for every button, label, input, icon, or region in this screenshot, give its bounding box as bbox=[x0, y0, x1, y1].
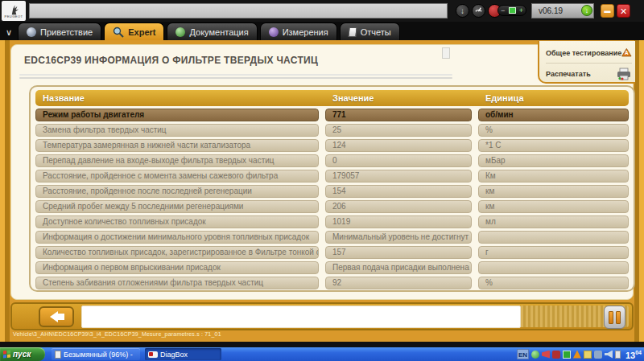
windows-flag-icon bbox=[3, 351, 10, 359]
param-value: 0 bbox=[325, 154, 472, 167]
table-row[interactable]: Замена фильтра твердых частиц 25 % bbox=[35, 124, 629, 137]
measurements-sphere-icon bbox=[269, 27, 279, 37]
param-unit: мБар bbox=[478, 154, 629, 167]
tray-up-arrow-icon[interactable] bbox=[573, 351, 581, 359]
table-row[interactable]: Перепад давление на входе-выходе фильтра… bbox=[35, 154, 629, 167]
table-row[interactable]: Расстояние, пройденное с момента замены … bbox=[35, 170, 629, 183]
back-arrow-icon bbox=[50, 311, 58, 322]
param-unit: об/мин bbox=[478, 109, 629, 121]
tray-battery-icon[interactable] bbox=[615, 351, 621, 359]
language-indicator[interactable]: EN bbox=[517, 349, 529, 359]
printer-icon bbox=[616, 68, 632, 80]
tab-measurements[interactable]: Измерения bbox=[260, 23, 337, 40]
volume-plus-icon[interactable]: + bbox=[519, 7, 523, 14]
param-name: Информация о первом впрыскивании присадо… bbox=[35, 261, 319, 274]
param-name: Перепад давление на входе-выходе фильтра… bbox=[35, 154, 319, 167]
param-unit: мл bbox=[478, 215, 629, 228]
param-unit: г bbox=[478, 246, 629, 259]
tab-documentation[interactable]: Документация bbox=[167, 23, 257, 40]
header-unit: Единица bbox=[478, 90, 629, 106]
window-title-bar: PEUGEOT ↓ − + v06.19 ↓ ▬ ✕ bbox=[0, 0, 644, 22]
param-name: Расстояние, пройденное после последней р… bbox=[35, 185, 319, 198]
gauge-button[interactable] bbox=[472, 4, 485, 18]
window-bottom-edge bbox=[0, 342, 644, 347]
param-unit: Км bbox=[478, 170, 629, 183]
table-header-row: Название Значение Единица bbox=[35, 90, 629, 106]
tab-expert[interactable]: Expert bbox=[104, 23, 164, 40]
param-name: Средний пробег между 5 последними регене… bbox=[35, 200, 319, 213]
param-value: 179057 bbox=[325, 170, 472, 183]
close-button[interactable]: ✕ bbox=[617, 4, 630, 18]
right-frame bbox=[634, 40, 644, 342]
warning-triangle-icon: A bbox=[621, 46, 632, 59]
param-value: 124 bbox=[325, 139, 472, 152]
minimize-button[interactable]: ▬ bbox=[601, 4, 614, 18]
tab-label: Документация bbox=[189, 27, 248, 37]
general-test-label: Общее тестирование bbox=[546, 49, 621, 57]
table-row[interactable]: Расстояние, пройденное после последней р… bbox=[35, 185, 629, 198]
side-divider bbox=[546, 63, 632, 64]
table-row[interactable]: Температура замерянная в нижней части ка… bbox=[35, 139, 629, 152]
table-row[interactable]: Информация о достижении минимального уро… bbox=[35, 231, 629, 244]
version-go-button[interactable]: ↓ bbox=[581, 5, 592, 16]
tab-reports[interactable]: Отчеты bbox=[340, 23, 400, 40]
version-label: v06.19 bbox=[539, 6, 563, 15]
diagbox-icon bbox=[148, 351, 158, 358]
param-name: Количество топливных присадок, зарегистр… bbox=[35, 246, 319, 259]
chevron-down-icon[interactable]: ∨ bbox=[0, 24, 18, 40]
tray-notes-icon[interactable] bbox=[584, 351, 592, 359]
param-value: 1019 bbox=[325, 215, 472, 228]
param-unit bbox=[478, 261, 629, 274]
back-button[interactable] bbox=[39, 306, 74, 327]
taskbar-item-diagbox[interactable]: DiagBox bbox=[145, 348, 221, 360]
title-progress-bar bbox=[29, 3, 448, 18]
header-name: Название bbox=[35, 90, 319, 106]
peugeot-lion-icon bbox=[7, 3, 20, 15]
page-title: EDC16CP39 ИНФОРМАЦИЯ О ФИЛЬТРЕ ТВЕРДЫХ Ч… bbox=[24, 55, 318, 66]
tray-red-horn-icon[interactable] bbox=[542, 351, 550, 359]
volume-minus-icon[interactable]: − bbox=[501, 7, 505, 14]
tray-network-icon[interactable] bbox=[594, 351, 602, 359]
taskbar-item-untitled[interactable]: Безымянный (96%) - bbox=[52, 348, 140, 360]
pause-bar-icon bbox=[616, 311, 621, 324]
table-row[interactable]: Доступное количество топливных присадок … bbox=[35, 215, 629, 228]
param-unit: % bbox=[478, 277, 629, 289]
battery-icon bbox=[509, 7, 516, 14]
param-value: 154 bbox=[325, 185, 472, 198]
tray-speaker-icon[interactable] bbox=[605, 351, 613, 359]
param-unit: *1 C bbox=[478, 139, 629, 152]
param-value: Первая подача присадки выполнена bbox=[325, 261, 472, 274]
status-path: Vehicle\3_AHN\EDC16CP39\3_i4_EDC16CP39_M… bbox=[13, 331, 221, 337]
start-button[interactable]: пуск bbox=[0, 347, 45, 361]
system-tray: EN 1304 bbox=[517, 347, 644, 361]
tab-welcome[interactable]: Приветствие bbox=[18, 23, 101, 40]
document-icon bbox=[55, 351, 61, 359]
task-label: DiagBox bbox=[160, 351, 188, 359]
table-row[interactable]: Средний пробег между 5 последними регене… bbox=[35, 200, 629, 213]
param-value: 92 bbox=[325, 277, 472, 289]
param-value: 157 bbox=[325, 246, 472, 259]
tray-green-dot-icon[interactable] bbox=[531, 351, 539, 359]
battery-level-control[interactable]: − + bbox=[497, 5, 526, 16]
tray-green-square-icon[interactable] bbox=[563, 351, 571, 359]
table-row[interactable]: Режим работы двигателя 771 об/мин bbox=[35, 109, 629, 121]
tray-red-icon[interactable] bbox=[552, 351, 560, 359]
taskbar-clock[interactable]: 1304 bbox=[623, 347, 642, 361]
download-button[interactable]: ↓ bbox=[456, 4, 469, 18]
documentation-sphere-icon bbox=[175, 27, 185, 37]
logo-caption: PEUGEOT bbox=[4, 15, 23, 18]
small-indicator-box bbox=[442, 47, 450, 59]
param-unit bbox=[478, 231, 629, 244]
report-page-icon bbox=[348, 27, 357, 37]
tab-label: Приветствие bbox=[40, 27, 93, 37]
pause-button[interactable] bbox=[604, 306, 625, 329]
message-area[interactable] bbox=[81, 306, 521, 328]
title-separator bbox=[19, 74, 452, 76]
table-row[interactable]: Информация о первом впрыскивании присадо… bbox=[35, 261, 629, 274]
table-row[interactable]: Степень забивания отложениями фильтра тв… bbox=[35, 277, 629, 289]
print-button[interactable]: Распечатать bbox=[546, 64, 632, 83]
tab-label: Отчеты bbox=[361, 27, 391, 37]
general-test-button[interactable]: Общее тестирование A bbox=[546, 43, 632, 62]
table-row[interactable]: Количество топливных присадок, зарегистр… bbox=[35, 246, 629, 259]
start-label: пуск bbox=[13, 350, 31, 359]
